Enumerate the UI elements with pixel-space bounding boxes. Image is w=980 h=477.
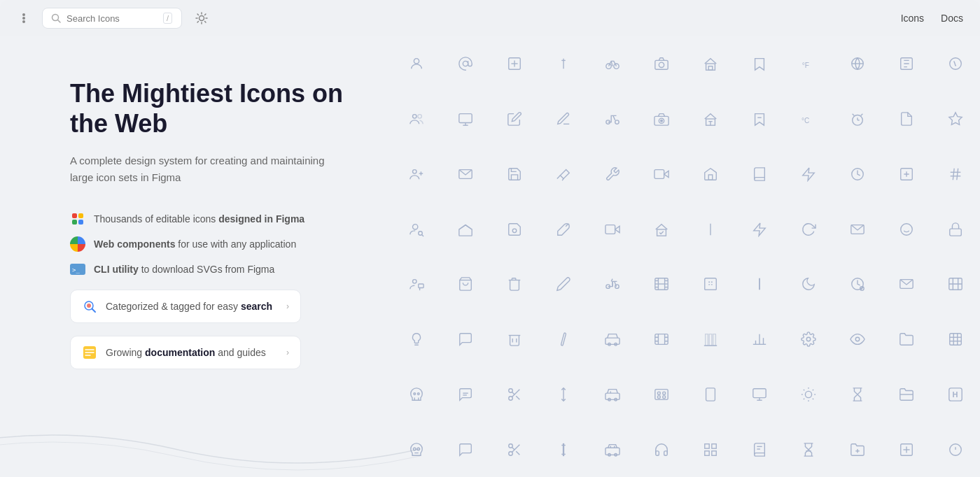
svg-point-79 xyxy=(512,229,517,233)
icons-grid: °F °C xyxy=(392,36,980,477)
icon-users xyxy=(392,92,441,147)
icon-save2 xyxy=(490,201,539,257)
icon-at xyxy=(441,36,490,92)
svg-point-51 xyxy=(615,120,620,124)
icon-headphones xyxy=(637,422,686,477)
icon-grid xyxy=(686,422,735,477)
svg-rect-47 xyxy=(459,114,472,123)
icon-scooter xyxy=(588,92,637,147)
svg-rect-116 xyxy=(655,334,668,345)
logo-icon[interactable] xyxy=(17,11,31,25)
svg-point-34 xyxy=(606,64,611,69)
nav-link-icons[interactable]: Icons xyxy=(901,13,924,24)
svg-rect-177 xyxy=(606,448,620,455)
icon-eye xyxy=(833,312,882,367)
icon-sun1 xyxy=(784,367,833,422)
icon-moon xyxy=(784,257,833,312)
svg-rect-144 xyxy=(655,390,668,400)
icon-zap2 xyxy=(735,201,784,257)
svg-line-172 xyxy=(516,451,519,455)
icon-brush xyxy=(539,201,588,257)
svg-rect-38 xyxy=(706,64,715,70)
svg-line-157 xyxy=(804,390,804,390)
feature-search-link[interactable]: Categorized & tagged for easy search › xyxy=(70,290,301,323)
nav-right: Icons Docs xyxy=(901,13,963,24)
icon-book2 xyxy=(735,422,784,477)
icon-pencil5 xyxy=(539,312,588,367)
icon-mail-open xyxy=(441,201,490,257)
webcomponents-icon xyxy=(70,236,85,252)
svg-point-5 xyxy=(200,16,204,21)
svg-rect-145 xyxy=(658,392,661,394)
svg-rect-180 xyxy=(705,443,709,448)
svg-rect-39 xyxy=(708,66,713,71)
svg-line-80 xyxy=(566,224,568,227)
search-input[interactable] xyxy=(66,13,158,24)
svg-rect-147 xyxy=(658,396,661,399)
icon-pencil1 xyxy=(539,36,588,92)
icon-extra4a xyxy=(882,201,931,257)
icon-ebike xyxy=(588,257,637,312)
icon-temp-c: °C xyxy=(784,92,833,147)
svg-point-28 xyxy=(463,62,468,66)
search-icon xyxy=(51,13,61,23)
nav-left: / xyxy=(17,8,210,29)
icon-extra2a xyxy=(882,92,931,147)
theme-toggle-button[interactable] xyxy=(193,10,210,27)
icon-trash1 xyxy=(490,257,539,312)
icon-temp-f: °F xyxy=(784,36,833,92)
feature-webcomponents: Web components for use with any applicat… xyxy=(70,236,350,252)
svg-point-21 xyxy=(87,304,91,308)
icon-extra3a xyxy=(882,147,931,202)
svg-point-45 xyxy=(413,115,417,119)
icon-desktop xyxy=(735,367,784,422)
svg-text:°C: °C xyxy=(802,117,809,124)
icon-home-check xyxy=(637,201,686,257)
icon-phone xyxy=(686,367,735,422)
icon-library xyxy=(686,312,735,367)
hero-subtitle: A complete design system for creating an… xyxy=(70,152,350,186)
icon-globe1 xyxy=(833,36,882,92)
icon-video xyxy=(588,201,637,257)
icon-barchart xyxy=(735,312,784,367)
feature-search-text: Categorized & tagged for easy search xyxy=(106,301,272,312)
features-list: Thousands of editable icons designed in … xyxy=(70,211,350,369)
svg-rect-16 xyxy=(72,220,77,225)
feature-figma: Thousands of editable icons designed in … xyxy=(70,211,350,227)
svg-point-86 xyxy=(901,223,913,235)
icon-pencil4 xyxy=(735,257,784,312)
svg-rect-68 xyxy=(654,169,664,178)
svg-marker-63 xyxy=(949,113,962,124)
svg-point-169 xyxy=(509,443,513,448)
svg-line-61 xyxy=(853,114,855,116)
svg-rect-151 xyxy=(753,389,766,398)
hero-section: The Mightiest Icons on the Web A complet… xyxy=(0,36,392,477)
svg-line-162 xyxy=(813,390,813,390)
icon-edit1 xyxy=(490,36,539,92)
icon-user xyxy=(392,36,441,92)
icon-mail2 xyxy=(833,201,882,257)
icon-hourglass1 xyxy=(833,367,882,422)
icon-hourglass2 xyxy=(784,422,833,477)
feature-figma-text: Thousands of editable icons designed in … xyxy=(94,213,304,225)
svg-rect-69 xyxy=(708,175,713,180)
svg-point-136 xyxy=(509,397,513,401)
icon-extra4b xyxy=(931,201,980,257)
icon-pen xyxy=(539,92,588,147)
svg-line-173 xyxy=(512,447,514,450)
svg-text:°F: °F xyxy=(802,62,809,69)
icon-pencil3 xyxy=(539,257,588,312)
icon-zap1 xyxy=(784,147,833,202)
feature-docs-link[interactable]: Growing documentation and guides › xyxy=(70,336,301,369)
icon-chat1 xyxy=(441,312,490,367)
svg-rect-183 xyxy=(712,450,716,455)
search-bar[interactable]: / xyxy=(42,8,182,29)
svg-point-64 xyxy=(413,169,417,173)
svg-point-2 xyxy=(22,20,25,23)
nav-link-docs[interactable]: Docs xyxy=(941,13,963,24)
icon-car1 xyxy=(588,312,637,367)
svg-text:H: H xyxy=(952,390,958,399)
icon-bulb xyxy=(392,312,441,367)
icon-shopping-bag xyxy=(441,257,490,312)
svg-line-62 xyxy=(861,114,863,116)
